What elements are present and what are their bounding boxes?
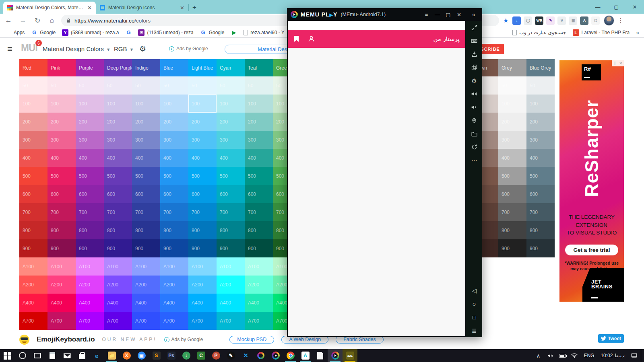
- color-cell[interactable]: A400: [160, 294, 188, 312]
- color-cell[interactable]: 800: [526, 221, 555, 239]
- forward-icon[interactable]: →: [17, 14, 29, 27]
- color-cell[interactable]: 400: [47, 149, 76, 167]
- emulator-close-icon[interactable]: ✕: [454, 12, 464, 18]
- tab-material-design-colors[interactable]: Material Design Colors, Material C ✕: [3, 2, 96, 14]
- palette-dropdown[interactable]: Material Design Colors▼: [43, 45, 111, 52]
- reload-icon[interactable]: ↻: [31, 14, 43, 27]
- color-cell[interactable]: A700: [160, 312, 188, 330]
- person-icon[interactable]: [308, 35, 315, 43]
- color-cell[interactable]: 800: [104, 221, 132, 239]
- color-cell[interactable]: 200: [498, 113, 526, 131]
- notepad-app[interactable]: [313, 349, 328, 362]
- color-cell[interactable]: A200: [188, 276, 217, 294]
- color-cell[interactable]: 900: [217, 239, 245, 257]
- color-cell[interactable]: 900: [498, 239, 526, 257]
- color-cell[interactable]: 50: [245, 76, 273, 95]
- task-view-button[interactable]: [30, 349, 45, 362]
- color-cell[interactable]: 200: [245, 113, 273, 131]
- resharper-ad[interactable]: i ✕ R# ReSharper THE LEGENDARYEXTENSIONT…: [559, 60, 624, 302]
- tab-material-design-icons[interactable]: Material Design Icons ✕: [96, 2, 188, 14]
- cube-extension-icon[interactable]: ⬡: [591, 16, 600, 25]
- rotate-icon[interactable]: [466, 140, 482, 154]
- color-cell[interactable]: 200: [104, 113, 132, 131]
- fullscreen-icon[interactable]: [466, 21, 482, 34]
- color-column-header[interactable]: Light Blue: [188, 59, 217, 76]
- settings-gear-icon[interactable]: ⚙: [139, 44, 146, 53]
- color-cell[interactable]: 600: [526, 185, 555, 203]
- color-cell[interactable]: A400: [47, 294, 76, 312]
- battery-icon[interactable]: [557, 354, 568, 358]
- photoshop-app[interactable]: Ps: [164, 349, 179, 362]
- color-cell[interactable]: 300: [160, 131, 188, 149]
- color-cell[interactable]: 50: [19, 76, 47, 95]
- color-cell[interactable]: 300: [132, 131, 160, 149]
- color-mode-dropdown[interactable]: RGB▼: [114, 45, 134, 52]
- download-extension-icon[interactable]: ↓: [512, 16, 521, 25]
- color-ring-app[interactable]: [253, 349, 268, 362]
- hamburger-menu-icon[interactable]: ≡: [7, 44, 12, 54]
- footer-brand-link[interactable]: EmojiKeyboard.io: [37, 335, 95, 343]
- wifi-icon[interactable]: [569, 353, 580, 358]
- a-letter-app[interactable]: A: [298, 349, 313, 362]
- color-cell[interactable]: A200: [47, 276, 76, 294]
- color-cell[interactable]: 500: [19, 167, 47, 185]
- color-cell[interactable]: A200: [19, 276, 47, 294]
- color-cell[interactable]: 600: [19, 185, 47, 203]
- color-cell[interactable]: 100: [217, 95, 245, 113]
- home-icon[interactable]: ⌂: [46, 14, 58, 27]
- color-cell[interactable]: 400: [217, 149, 245, 167]
- calculator-app[interactable]: [45, 349, 60, 362]
- zoom-app[interactable]: ▣: [134, 349, 149, 362]
- idm-app[interactable]: ↓: [179, 349, 194, 362]
- color-cell[interactable]: 200: [160, 113, 188, 131]
- color-cell[interactable]: 700: [217, 203, 245, 221]
- color-cell[interactable]: A200: [245, 276, 273, 294]
- color-column-header[interactable]: Blue: [160, 59, 188, 76]
- color-column-header[interactable]: Grey: [498, 59, 526, 76]
- color-cell[interactable]: 50: [132, 76, 160, 95]
- color-cell[interactable]: 50: [498, 76, 526, 95]
- color-cell[interactable]: A100: [47, 257, 76, 276]
- color-cell[interactable]: A700: [19, 312, 47, 330]
- color-cell[interactable]: 800: [217, 221, 245, 239]
- xampp-app[interactable]: X: [119, 349, 134, 362]
- wr-extension-icon[interactable]: WR: [535, 16, 543, 25]
- vscode-app[interactable]: ✕: [238, 349, 253, 362]
- color-cell[interactable]: 300: [19, 131, 47, 149]
- minimize-icon[interactable]: —: [588, 0, 607, 14]
- color-cell[interactable]: 700: [76, 203, 104, 221]
- color-cell[interactable]: 400: [245, 149, 273, 167]
- color-cell[interactable]: 500: [47, 167, 76, 185]
- color-cell[interactable]: 800: [498, 221, 526, 239]
- file-explorer-app[interactable]: 📁: [104, 349, 119, 362]
- color-cell[interactable]: A700: [76, 312, 104, 330]
- color-cell[interactable]: 400: [498, 149, 526, 167]
- color-cell[interactable]: 700: [47, 203, 76, 221]
- color-cell[interactable]: 900: [245, 239, 273, 257]
- cortana-button[interactable]: [15, 349, 30, 362]
- profile-avatar[interactable]: [604, 15, 614, 26]
- color-cell[interactable]: A100: [217, 257, 245, 276]
- color-cell[interactable]: 50: [526, 76, 555, 95]
- menu-icon[interactable]: ≣: [466, 324, 482, 337]
- color-cell[interactable]: 500: [76, 167, 104, 185]
- bookmark-item[interactable]: ✉(11345 unread) - reza: [138, 29, 193, 36]
- color-column-header[interactable]: Blue Grey: [526, 59, 555, 76]
- keyboard-extension-icon[interactable]: A: [580, 16, 588, 25]
- color-cell[interactable]: 100: [498, 95, 526, 113]
- color-cell[interactable]: 600: [188, 185, 217, 203]
- puzzle-extension-icon[interactable]: ▣: [569, 16, 577, 25]
- color-cell[interactable]: 900: [76, 239, 104, 257]
- color-cell[interactable]: 200: [47, 113, 76, 131]
- color-cell[interactable]: A100: [245, 257, 273, 276]
- color-cell[interactable]: 800: [76, 221, 104, 239]
- color-cell[interactable]: 400: [188, 149, 217, 167]
- bookmark-item[interactable]: Y(5868 unread) - reza.a: [62, 29, 119, 36]
- color-cell[interactable]: 200: [76, 113, 104, 131]
- settings-icon[interactable]: ⚙: [466, 74, 482, 87]
- colorpicker-extension-icon[interactable]: ✎: [546, 16, 555, 25]
- donut-extension-icon[interactable]: ◯: [524, 16, 532, 25]
- color-cell[interactable]: 900: [104, 239, 132, 257]
- color-cell[interactable]: 500: [160, 167, 188, 185]
- color-cell[interactable]: 300: [76, 131, 104, 149]
